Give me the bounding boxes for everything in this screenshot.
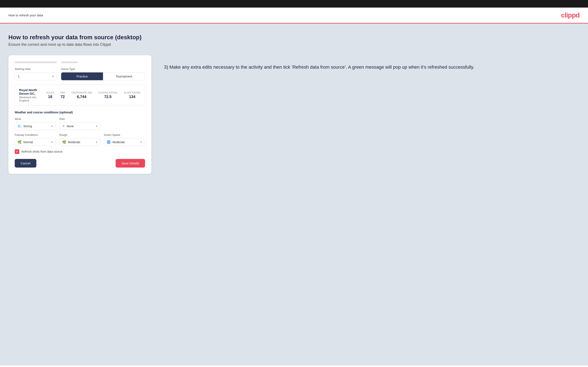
footer: Copyright Clippd 2022 — [0, 365, 588, 367]
refresh-checkbox[interactable] — [15, 149, 19, 154]
starting-hole-label: Starting Hole — [15, 67, 57, 71]
game-type-toggle: Practice Tournament — [61, 72, 145, 80]
form-card: Starting Hole 1 10 ▼ Game Type Practice … — [9, 55, 151, 174]
fairway-dropdown[interactable]: 🌿 Normal ▼ — [15, 138, 56, 146]
top-bar — [0, 0, 588, 8]
green-speed-value: Moderate — [112, 141, 138, 144]
wind-icon: 💨 — [17, 124, 22, 128]
starting-hole-game-type-row: Starting Hole 1 10 ▼ Game Type Practice … — [15, 67, 145, 80]
rain-group: Rain ☀ None ▼ — [59, 117, 101, 130]
wind-chevron-icon: ▼ — [51, 125, 53, 127]
button-row: Cancel Save Details — [15, 159, 145, 167]
course-info-box: Royal North Devon GC, Westward Ho!, Engl… — [15, 85, 145, 106]
course-rating-label: Course rating — [98, 91, 118, 94]
game-type-group: Game Type Practice Tournament — [61, 67, 145, 80]
practice-button[interactable]: Practice — [61, 72, 103, 80]
fairway-icon: 🌿 — [17, 140, 22, 144]
rain-dropdown[interactable]: ☀ None ▼ — [59, 122, 101, 130]
main-content: How to refresh your data from source (de… — [0, 24, 588, 365]
tab-stub-2 — [61, 61, 78, 63]
green-speed-label: Green Speed — [104, 133, 145, 136]
cancel-button[interactable]: Cancel — [15, 159, 36, 167]
conditions-section-label: Weather and course conditions (optional) — [15, 111, 145, 114]
content-layout: Starting Hole 1 10 ▼ Game Type Practice … — [9, 55, 579, 174]
logo: clippd — [561, 11, 579, 19]
par-stat: Par 72 — [60, 91, 65, 99]
green-speed-dropdown[interactable]: 🌀 Moderate ▼ — [104, 138, 145, 146]
fairway-value: Normal — [23, 141, 49, 144]
fairway-chevron-icon: ▼ — [51, 141, 53, 143]
fairway-label: Fairway Conditions — [15, 133, 56, 136]
rain-value: None — [67, 125, 94, 128]
conditions-second-row: Fairway Conditions 🌿 Normal ▼ Rough 🌿 Mo… — [15, 133, 145, 146]
header: How to refresh your data clippd — [0, 8, 588, 24]
wind-label: Wind — [15, 117, 56, 121]
green-speed-group: Green Speed 🌀 Moderate ▼ — [104, 133, 145, 146]
rough-label: Rough — [59, 133, 101, 136]
par-label: Par — [60, 91, 65, 94]
wind-rain-row: Wind 💨 Strong ▼ Rain ☀ None ▼ — [15, 117, 145, 130]
form-card-top — [15, 61, 145, 63]
starting-hole-select-wrapper: 1 10 ▼ — [15, 72, 57, 80]
yards-label: Yards/White (M)) — [71, 91, 92, 94]
page-subheading: Ensure the correct and most up to date d… — [9, 42, 579, 47]
course-location: Westward Ho!, England — [19, 96, 40, 102]
side-instructions: 3) Make any extra edits necessary to the… — [164, 55, 579, 71]
holes-label: Holes — [46, 91, 54, 94]
slope-rating-label: Slope rating — [124, 91, 141, 94]
holes-value: 18 — [48, 95, 52, 99]
slope-rating-value: 134 — [129, 95, 135, 99]
rough-icon: 🌿 — [62, 140, 66, 144]
rough-value: Moderate — [68, 141, 94, 144]
course-rating-stat: Course rating 72.5 — [98, 91, 118, 99]
holes-stat: Holes 18 — [46, 91, 54, 99]
rough-chevron-icon: ▼ — [95, 141, 98, 143]
starting-hole-group: Starting Hole 1 10 ▼ — [15, 67, 57, 80]
rain-chevron-icon: ▼ — [95, 125, 98, 127]
rain-label: Rain — [59, 117, 101, 121]
wind-dropdown[interactable]: 💨 Strong ▼ — [15, 122, 56, 130]
game-type-label: Game Type — [61, 67, 145, 71]
yards-value: 6,744 — [77, 95, 86, 99]
wind-group: Wind 💨 Strong ▼ — [15, 117, 56, 130]
green-speed-chevron-icon: ▼ — [140, 141, 142, 143]
save-button[interactable]: Save Details — [116, 159, 145, 167]
tab-stub-1 — [15, 61, 57, 63]
course-name-block: Royal North Devon GC, Westward Ho!, Engl… — [19, 88, 40, 102]
rough-group: Rough 🌿 Moderate ▼ — [59, 133, 101, 146]
tournament-button[interactable]: Tournament — [103, 72, 145, 80]
course-name: Royal North Devon GC, — [19, 88, 40, 95]
refresh-checkbox-row: Refresh shots from data source — [15, 149, 145, 154]
starting-hole-select[interactable]: 1 10 — [15, 72, 57, 80]
refresh-label: Refresh shots from data source — [21, 150, 62, 153]
par-value: 72 — [61, 95, 65, 99]
yards-stat: Yards/White (M)) 6,744 — [71, 91, 92, 99]
rough-dropdown[interactable]: 🌿 Moderate ▼ — [59, 138, 101, 146]
instruction-text: 3) Make any extra edits necessary to the… — [164, 64, 579, 71]
header-title: How to refresh your data — [9, 13, 43, 17]
rain-icon: ☀ — [62, 124, 65, 128]
wind-value: Strong — [23, 125, 49, 128]
fairway-group: Fairway Conditions 🌿 Normal ▼ — [15, 133, 56, 146]
green-speed-icon: 🌀 — [107, 140, 111, 144]
course-rating-value: 72.5 — [104, 95, 112, 99]
page-heading: How to refresh your data from source (de… — [9, 34, 579, 41]
slope-rating-stat: Slope rating 134 — [124, 91, 141, 99]
